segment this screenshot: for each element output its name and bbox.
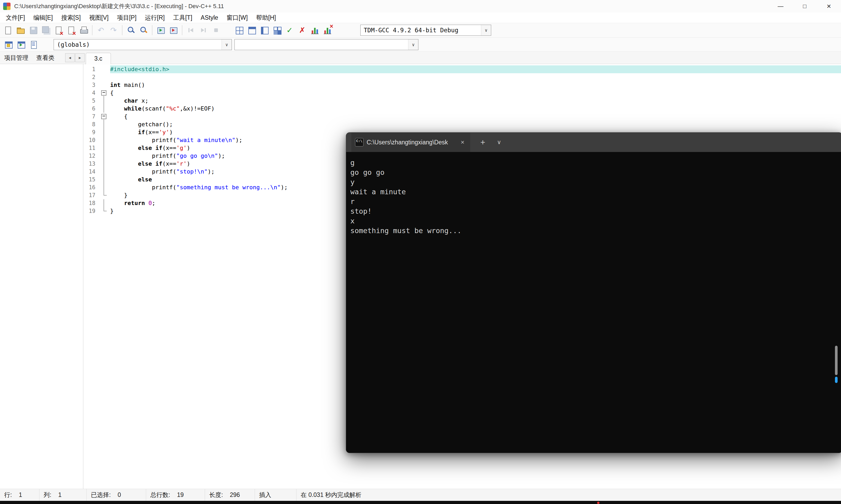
save-button[interactable] xyxy=(27,24,39,36)
search-icon xyxy=(126,26,135,35)
tab-dropdown-button[interactable]: ∨ xyxy=(494,139,504,146)
debug-stop-button[interactable] xyxy=(210,24,222,36)
undo-button[interactable]: ↶ xyxy=(95,24,107,36)
class-browser-value: (globals) xyxy=(54,39,222,50)
add-to-project-button[interactable] xyxy=(15,39,27,51)
compile-button[interactable] xyxy=(233,24,245,36)
code-line-7[interactable]: 7 { xyxy=(83,113,841,121)
fold-gutter xyxy=(98,191,110,199)
maximize-icon: □ xyxy=(803,3,806,10)
profiling-button[interactable] xyxy=(309,24,321,36)
compiler-profile-select[interactable]: TDM-GCC 4.9.2 64-bit Debug ∨ xyxy=(360,25,491,36)
previous-function-button[interactable] xyxy=(155,24,167,36)
tab-close-icon[interactable]: × xyxy=(459,139,466,146)
new-unit-button[interactable] xyxy=(2,39,15,51)
code-line-2[interactable]: 2 xyxy=(83,73,841,81)
remove-from-project-icon xyxy=(29,40,38,49)
chevron-down-icon[interactable]: ∨ xyxy=(408,39,418,50)
file-tab-label: 3.c xyxy=(95,55,103,62)
menu-item-7[interactable]: 工具[T] xyxy=(169,13,196,23)
menu-item-4[interactable]: 视图[V] xyxy=(85,13,113,23)
menu-item-5[interactable]: 项目[P] xyxy=(113,13,141,23)
maximize-button[interactable]: □ xyxy=(793,0,817,13)
tab-class-viewer[interactable]: 查看类 xyxy=(36,54,54,62)
cmd-icon xyxy=(355,138,363,146)
code-line-3[interactable]: 3int main() xyxy=(83,81,841,89)
app-icon xyxy=(3,3,11,10)
code-text: { xyxy=(110,113,841,121)
new-file-button[interactable] xyxy=(2,24,14,36)
tab-row: 项目管理 查看类 ◄ ► 3.c xyxy=(0,52,841,64)
debug-forward-button[interactable] xyxy=(197,24,210,36)
class-browser-select[interactable]: (globals) ∨ xyxy=(54,39,232,50)
tab-project-manager[interactable]: 项目管理 xyxy=(4,54,28,62)
redo-button[interactable]: ↷ xyxy=(107,24,120,36)
delete-profiling-button[interactable] xyxy=(321,24,334,36)
file-tab-3c[interactable]: 3.c xyxy=(86,53,111,64)
abort-execution-button[interactable]: ✗ xyxy=(296,24,309,36)
close-all-button[interactable] xyxy=(65,24,77,36)
print-button[interactable] xyxy=(77,24,90,36)
chevron-down-icon[interactable]: ∨ xyxy=(222,39,231,50)
project-panel[interactable] xyxy=(0,64,83,489)
minimize-button[interactable]: — xyxy=(769,0,793,13)
tab-scroll-right-button[interactable]: ► xyxy=(75,53,85,62)
menu-item-2[interactable]: 编辑[E] xyxy=(29,13,57,23)
remove-from-project-button[interactable] xyxy=(27,39,40,51)
code-line-6[interactable]: 6 while(scanf("%c",&x)!=EOF) xyxy=(83,105,841,113)
code-line-4[interactable]: 4{ xyxy=(83,89,841,97)
syntax-check-button[interactable]: ✓ xyxy=(283,24,296,36)
close-button[interactable]: × xyxy=(817,0,841,13)
dev-cpp-window: C:\Users\zhangtingxiang\Desktop\新建文件夹\3\… xyxy=(0,0,841,504)
terminal-scrollbar-marker[interactable] xyxy=(835,377,838,383)
debug-back-button[interactable] xyxy=(185,24,197,36)
code-line-5[interactable]: 5 char x; xyxy=(83,97,841,105)
fold-gutter xyxy=(98,121,110,128)
menu-item-10[interactable]: 帮助[H] xyxy=(252,13,280,23)
code-text: while(scanf("%c",&x)!=EOF) xyxy=(110,105,841,113)
member-value xyxy=(235,39,408,50)
save-all-button[interactable] xyxy=(39,24,52,36)
terminal-line-3: y xyxy=(350,177,838,187)
tab-scroll-buttons: ◄ ► xyxy=(65,53,85,62)
chevron-down-icon[interactable]: ∨ xyxy=(481,25,491,35)
compile-and-run-button[interactable] xyxy=(258,24,271,36)
replace-button[interactable] xyxy=(137,24,150,36)
menu-item-6[interactable]: 运行[R] xyxy=(141,13,169,23)
new-tab-button[interactable]: + xyxy=(478,138,488,147)
menu-item-8[interactable]: AStyle xyxy=(196,13,222,23)
open-button[interactable] xyxy=(14,24,27,36)
status-bar: 行:1列:1已选择:0总行数:19长度:296插入在 0.031 秒内完成解析 xyxy=(0,489,841,501)
debug-forward-icon xyxy=(199,26,208,35)
code-line-1[interactable]: 1#include<stdio.h> xyxy=(83,65,841,73)
code-line-8[interactable]: 8 getchar(); xyxy=(83,121,841,128)
terminal-scrollbar-thumb[interactable] xyxy=(835,346,838,375)
terminal-tab[interactable]: C:\Users\zhangtingxiang\Desk × xyxy=(351,132,470,152)
line-number: 11 xyxy=(83,144,98,152)
tab-scroll-left-button[interactable]: ◄ xyxy=(65,53,75,62)
close-file-button[interactable] xyxy=(52,24,65,36)
fold-gutter xyxy=(98,73,110,81)
terminal-window[interactable]: C:\Users\zhangtingxiang\Desk × + ∨ ggo g… xyxy=(346,132,841,453)
menu-item-1[interactable]: 文件[F] xyxy=(2,13,29,23)
fold-toggle-icon[interactable] xyxy=(98,113,110,121)
chevron-down-icon: ∨ xyxy=(497,139,501,145)
terminal-line-6: stop! xyxy=(350,206,838,216)
find-button[interactable] xyxy=(124,24,137,36)
line-number: 18 xyxy=(83,199,98,207)
terminal-line-8: something must be wrong... xyxy=(350,226,838,235)
terminal-output[interactable]: ggo go goywait a minuterstop!xsomething … xyxy=(346,152,841,453)
menu-item-9[interactable]: 窗口[W] xyxy=(222,13,252,23)
run-button[interactable] xyxy=(245,24,258,36)
rebuild-all-icon xyxy=(273,26,281,35)
line-number: 1 xyxy=(83,65,98,73)
project-toolbar: (globals) ∨ ∨ xyxy=(0,38,841,52)
menu-item-3[interactable]: 搜索[S] xyxy=(57,13,85,23)
fold-toggle-icon[interactable] xyxy=(98,89,110,97)
open-folder-icon xyxy=(16,26,25,35)
rebuild-all-button[interactable] xyxy=(271,24,283,36)
member-select[interactable]: ∨ xyxy=(235,39,418,50)
next-function-icon xyxy=(169,26,178,35)
add-to-project-icon xyxy=(17,40,25,49)
next-function-button[interactable] xyxy=(167,24,180,36)
